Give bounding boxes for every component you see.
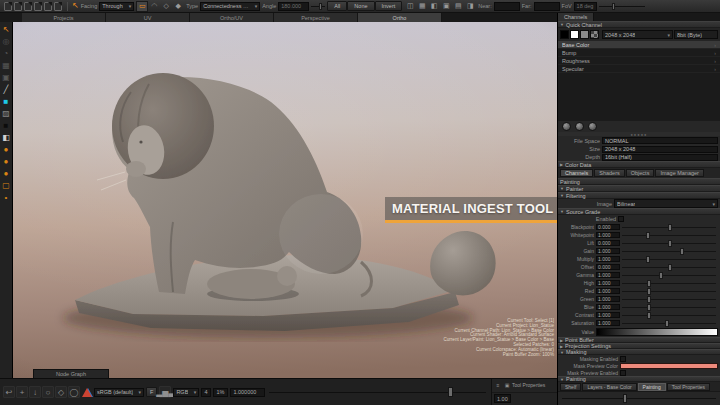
grade-slider[interactable]	[622, 263, 718, 271]
tab-ortho[interactable]: Ortho	[358, 13, 442, 22]
value-gradient-bar[interactable]	[596, 328, 718, 336]
grade-value-field[interactable]: 0.000	[596, 264, 620, 271]
target-icon[interactable]: ◎	[1, 36, 12, 47]
colorspace-dropdown[interactable]: sRGB (default)▾	[94, 388, 144, 397]
tool-value-field[interactable]: 1.00	[494, 394, 511, 403]
menu-icon[interactable]: ≡	[494, 382, 502, 389]
grade-value-field[interactable]: 1.000	[596, 312, 620, 319]
black-swatch[interactable]	[560, 30, 569, 39]
brush-stroke-icon[interactable]: ╱	[1, 84, 12, 95]
near-field[interactable]	[494, 2, 520, 11]
grade-value-field[interactable]: 1.000	[596, 232, 620, 239]
grade-slider[interactable]	[622, 311, 718, 319]
ellipse-icon[interactable]: ◯	[68, 386, 80, 398]
select-all-button[interactable]: All	[327, 1, 347, 11]
grid-icon[interactable]: ▦	[1, 60, 12, 71]
file-space-field[interactable]: NORMAL	[602, 137, 718, 144]
3d-viewport[interactable]: MATERIAL INGEST TOOL Current Tool: Selec…	[13, 22, 557, 378]
grade-slider[interactable]	[622, 287, 718, 295]
wand-select-icon[interactable]: ◆	[172, 1, 184, 12]
export-icon[interactable]	[44, 2, 52, 11]
mask-preview-color-swatch[interactable]	[620, 363, 718, 369]
far-field[interactable]	[534, 2, 560, 11]
wireframe-icon[interactable]: ▦	[416, 1, 428, 12]
grade-slider[interactable]	[622, 247, 718, 255]
select-cursor-icon[interactable]: ↖	[1, 24, 12, 35]
depth-field[interactable]: 16bit (Half)	[602, 154, 718, 161]
bw-swatch-icon[interactable]: ◧	[1, 132, 12, 143]
clone-tool-icon[interactable]: ●	[1, 168, 12, 179]
drop-icon[interactable]: ↓	[29, 386, 41, 398]
tab-channels[interactable]: Channels	[560, 169, 593, 177]
lod-field[interactable]: 4	[201, 388, 211, 397]
mask-preview-enabled-checkbox[interactable]	[620, 370, 626, 376]
clock-icon[interactable]: ◔	[1, 48, 12, 59]
angle-slider[interactable]	[311, 2, 325, 11]
tab-uv[interactable]: UV	[106, 13, 190, 22]
tab-painting[interactable]: Painting	[638, 383, 666, 391]
page-icon[interactable]: ▤	[452, 1, 464, 12]
lasso-select-icon[interactable]: ◠	[148, 1, 160, 12]
tab-layers-base-color[interactable]: Layers - Base Color	[582, 383, 636, 391]
channel-row[interactable]: Roughness›	[558, 57, 720, 65]
source-grade-header[interactable]: ▼Source Grade	[558, 208, 720, 215]
checker-swatch[interactable]	[590, 30, 599, 39]
add-channel-icon[interactable]	[562, 122, 571, 131]
tab-ortho-uv[interactable]: Ortho/UV	[190, 13, 274, 22]
channel-row[interactable]: Base Color›	[558, 41, 720, 49]
grade-slider[interactable]	[622, 319, 718, 327]
mirror-icon[interactable]: ◇	[55, 386, 67, 398]
grade-value-field[interactable]: 0.000	[596, 224, 620, 231]
facing-dropdown[interactable]: Through▾	[99, 2, 134, 11]
paint-tool-icon[interactable]: ●	[1, 144, 12, 155]
archive-icon[interactable]	[54, 2, 62, 11]
quick-size-dropdown[interactable]: 2048 x 2048▾	[602, 30, 673, 39]
opacity-field[interactable]: 1.000000	[230, 388, 265, 397]
grade-slider[interactable]	[622, 279, 718, 287]
remove-channel-icon[interactable]	[588, 122, 597, 131]
tab-shaders[interactable]: Shaders	[594, 169, 625, 177]
select-invert-button[interactable]: Invert	[375, 1, 403, 11]
grade-slider[interactable]	[622, 239, 718, 247]
undo-icon[interactable]: ↩	[3, 386, 15, 398]
node-graph-tab[interactable]: Node Graph	[33, 369, 109, 378]
import-icon[interactable]	[34, 2, 42, 11]
grade-value-field[interactable]: 1.000	[596, 296, 620, 303]
angle-field[interactable]: 180.000	[278, 2, 309, 11]
tool-slider-row[interactable]	[558, 391, 720, 405]
tab-image-manager[interactable]: Image Manager	[655, 169, 704, 177]
image-filter-dropdown[interactable]: Bilinear▾	[614, 199, 718, 208]
quick-depth-dropdown[interactable]: 8bit (Byte)	[674, 30, 718, 39]
foreground-color-swatch[interactable]: ■	[1, 96, 12, 107]
grade-slider[interactable]	[622, 223, 718, 231]
polygon-select-icon[interactable]: ◇	[160, 1, 172, 12]
select-none-button[interactable]: None	[347, 1, 374, 11]
open-project-icon[interactable]	[14, 2, 22, 11]
grade-value-field[interactable]: 1.000	[596, 304, 620, 311]
size-field[interactable]: 2048 x 2048	[602, 146, 718, 153]
fov-field[interactable]: 18 deg	[574, 2, 597, 11]
marquee-select-icon[interactable]: ▭	[136, 1, 148, 12]
quick-channel-header[interactable]: ▼ Quick Channel	[558, 21, 720, 28]
grade-value-field[interactable]: 1.000	[596, 280, 620, 287]
tab-projects[interactable]: Projects	[22, 13, 106, 22]
channel-row[interactable]: Specular›	[558, 65, 720, 73]
grade-value-field[interactable]: 1.000	[596, 248, 620, 255]
move-icon[interactable]: +	[16, 386, 28, 398]
grade-value-field[interactable]: 1.000	[596, 320, 620, 327]
new-project-icon[interactable]	[4, 2, 12, 11]
white-swatch[interactable]	[570, 30, 579, 39]
tab-objects[interactable]: Objects	[626, 169, 655, 177]
tab-tool-properties[interactable]: Tool Properties	[667, 383, 710, 391]
grade-value-field[interactable]: 1.000	[596, 288, 620, 295]
pan-icon[interactable]: ◨	[464, 1, 476, 12]
grade-value-field[interactable]: 1.000	[596, 256, 620, 263]
save-project-icon[interactable]	[24, 2, 32, 11]
tab-perspective[interactable]: Perspective	[274, 13, 358, 22]
pattern-swatch-icon[interactable]: ▨	[1, 108, 12, 119]
color-data-header[interactable]: ▶ Color Data	[558, 161, 720, 168]
enabled-checkbox[interactable]	[618, 216, 624, 222]
grade-value-field[interactable]: 0.000	[596, 240, 620, 247]
snapshot-icon[interactable]: ▣	[1, 72, 12, 83]
split-view-icon[interactable]: ◧	[428, 1, 440, 12]
